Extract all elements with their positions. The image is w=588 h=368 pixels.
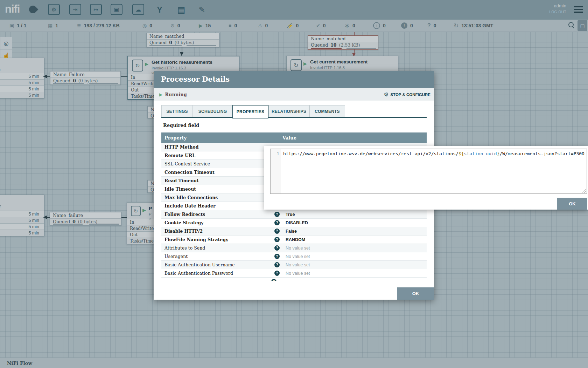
tab-relationships[interactable]: RELATIONSHIPS (268, 105, 309, 117)
help-icon[interactable]: ? (274, 262, 280, 267)
property-value-editor: 1 https://www.pegelonline.wsv.de/webserv… (264, 146, 588, 210)
resize-handle-icon[interactable] (582, 189, 586, 193)
dialog-tabs: SETTINGS SCHEDULING PROPERTIES RELATIONS… (161, 105, 427, 118)
dialog-ok-button[interactable]: OK (397, 287, 434, 300)
nifi-app: ◎ ☝ r 5 min 5 min 5 min 5 min NameFailur… (0, 0, 588, 368)
value-column-header: Value (280, 135, 296, 141)
property-row[interactable]: FlowFile Naming Strategy?RANDOM (161, 236, 427, 244)
help-icon[interactable]: ? (274, 220, 280, 225)
stop-and-configure-button[interactable]: ⚙ STOP & CONFIGURE (384, 91, 430, 98)
table-header: Property Value (161, 132, 427, 143)
line-number-gutter: 1 (271, 149, 281, 193)
expression-open: ${ (458, 151, 464, 156)
run-state: Running (165, 92, 187, 97)
property-row[interactable]: Basic Authentication Password?No value s… (161, 269, 427, 278)
running-icon: ▶ (159, 92, 162, 97)
help-icon[interactable]: ? (274, 212, 280, 217)
dialog-status-row: ▶ Running ⚙ STOP & CONFIGURE (154, 88, 434, 101)
editor-ok-button[interactable]: OK (557, 198, 587, 210)
help-icon[interactable]: ? (274, 229, 280, 234)
help-icon[interactable]: ? (274, 254, 280, 259)
property-row[interactable]: Basic Authentication Username?No value s… (161, 261, 427, 269)
help-icon[interactable]: ? (274, 237, 280, 242)
value-code-line[interactable]: https://www.pegelonline.wsv.de/webservic… (281, 149, 587, 193)
property-column-header: Property (161, 135, 280, 141)
property-row[interactable]: Cookie Strategy?DISABLED (161, 219, 427, 227)
property-row[interactable]: Disable HTTP/2?False (161, 227, 427, 236)
property-row[interactable]: Follow Redirects?True (161, 210, 427, 219)
line-number: 1 (276, 151, 279, 156)
dialog-title: Processor Details (154, 71, 434, 83)
property-row-partial: ? (161, 278, 427, 281)
stop-configure-icon: ⚙ (384, 91, 388, 98)
tab-comments[interactable]: COMMENTS (309, 105, 345, 117)
tab-settings[interactable]: SETTINGS (161, 105, 193, 117)
help-icon: ? (271, 279, 276, 281)
value-editor-textarea[interactable]: 1 https://www.pegelonline.wsv.de/webserv… (270, 149, 587, 194)
tab-properties[interactable]: PROPERTIES (232, 105, 268, 118)
tab-scheduling[interactable]: SCHEDULING (193, 105, 232, 117)
property-row[interactable]: Useragent?No value set (161, 252, 427, 261)
dialog-header: Processor Details (154, 71, 434, 88)
help-icon[interactable]: ? (274, 245, 280, 251)
expression-variable: station_uuid (464, 151, 497, 156)
help-icon[interactable]: ? (274, 271, 280, 276)
required-field-note: Required field (163, 123, 199, 128)
property-row[interactable]: Attributes to Send?No value set (161, 244, 427, 252)
